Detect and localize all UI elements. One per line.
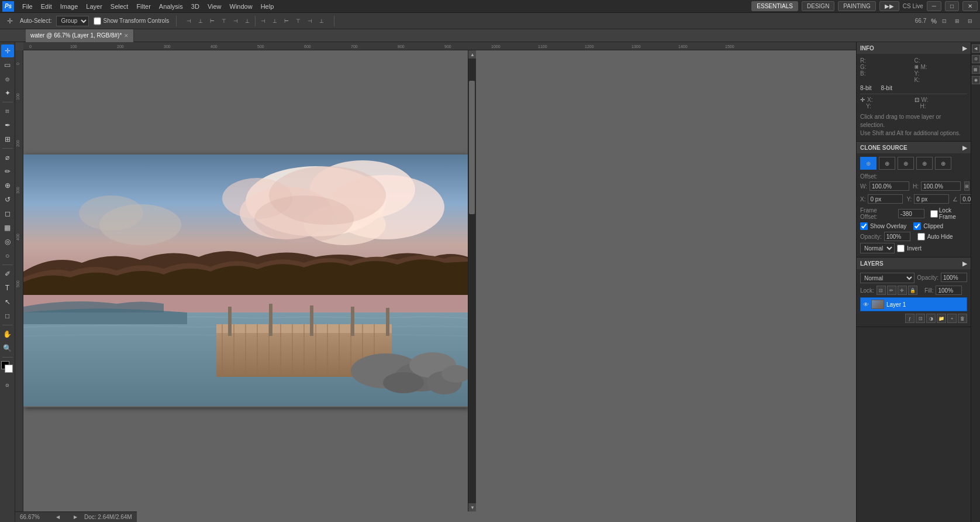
panel-collapse-btn[interactable]: ◀ — [972, 44, 980, 53]
auto-hide-checkbox[interactable] — [917, 233, 925, 241]
view-extras[interactable]: ⊞ — [952, 16, 962, 26]
align-bottom[interactable]: ⊥ — [242, 16, 253, 26]
add-layer-btn[interactable]: + — [947, 314, 957, 323]
scroll-right-btn[interactable]: ▶ — [71, 513, 80, 521]
brush-tool[interactable]: ✏ — [1, 165, 14, 178]
distribute-center[interactable]: ⊥ — [270, 16, 280, 26]
arrange[interactable]: ⊟ — [965, 16, 975, 26]
menu-edit[interactable]: Edit — [37, 2, 56, 11]
window-restore[interactable]: □ — [945, 1, 959, 11]
lock-frame-checkbox[interactable] — [930, 210, 938, 218]
window-minimize[interactable]: ─ — [927, 1, 941, 11]
crop-tool[interactable]: ⌗ — [1, 105, 14, 118]
align-top[interactable]: ⊤ — [219, 16, 229, 26]
clone-slot-4[interactable]: ⊕ — [916, 157, 933, 170]
menu-3d[interactable]: 3D — [188, 2, 203, 11]
workspace-essentials[interactable]: ESSENTIALS — [751, 1, 798, 11]
align-center-v[interactable]: ⊣ — [230, 16, 241, 26]
distribute-middle[interactable]: ⊣ — [305, 16, 315, 26]
move-tool[interactable]: ✛ — [1, 44, 14, 57]
menu-layer[interactable]: Layer — [82, 2, 106, 11]
lasso-tool[interactable]: ⌾ — [1, 73, 14, 85]
history-brush-tool[interactable]: ↺ — [1, 193, 14, 206]
type-tool[interactable]: T — [1, 281, 14, 294]
lock-pixels-btn[interactable]: ⊡ — [877, 286, 886, 295]
clipped-checkbox[interactable] — [913, 222, 921, 230]
document-tab[interactable]: water @ 66.7% (Layer 1, RGB/8#)* ✕ — [26, 29, 134, 42]
scroll-thumb-v[interactable] — [469, 81, 475, 214]
workspace-painting[interactable]: PAINTING — [838, 1, 875, 11]
clone-link-btn[interactable]: ⊞ — [964, 181, 969, 191]
marquee-tool[interactable]: ▭ — [1, 59, 14, 71]
show-overlay-checkbox[interactable] — [860, 222, 868, 230]
distribute-bottom[interactable]: ⊥ — [316, 16, 327, 26]
clone-slot-2[interactable]: ⊕ — [879, 157, 895, 170]
align-right[interactable]: ⊢ — [207, 16, 218, 26]
zoom-tool[interactable]: 🔍 — [1, 342, 14, 355]
background-color[interactable] — [5, 365, 13, 373]
fill-input[interactable] — [936, 286, 962, 295]
clone-h-input[interactable] — [921, 181, 961, 191]
add-style-btn[interactable]: ƒ — [905, 314, 915, 323]
layer-eye-icon[interactable]: 👁 — [863, 301, 869, 308]
info-panel-header[interactable]: INFO ▶ — [857, 42, 971, 54]
screen-mode[interactable]: ⊡ — [939, 16, 950, 26]
clone-opacity-input[interactable] — [884, 232, 910, 241]
layers-panel-header[interactable]: LAYERS ▶ — [857, 257, 971, 269]
clone-stamp-tool[interactable]: ⊕ — [1, 179, 14, 192]
window-close[interactable]: ✕ — [962, 1, 978, 11]
opacity-input[interactable] — [941, 273, 967, 282]
dodge-tool[interactable]: ○ — [1, 249, 14, 262]
clone-w-input[interactable] — [869, 181, 909, 191]
distribute-top[interactable]: ⊤ — [293, 16, 303, 26]
clone-frame-input[interactable] — [898, 209, 924, 218]
scroll-left-btn[interactable]: ◀ — [54, 513, 62, 521]
clone-angle-input[interactable] — [960, 194, 971, 204]
menu-select[interactable]: Select — [107, 2, 132, 11]
menu-file[interactable]: File — [19, 2, 36, 11]
clone-source-header[interactable]: CLONE SOURCE ▶ — [857, 142, 971, 153]
menu-help[interactable]: Help — [257, 2, 278, 11]
invert-checkbox[interactable] — [897, 245, 905, 252]
add-group-btn[interactable]: 📁 — [937, 314, 946, 323]
clone-slot-1[interactable]: ⊕ — [860, 157, 877, 170]
pen-tool[interactable]: ✐ — [1, 267, 14, 280]
auto-select-dropdown[interactable]: Group — [56, 16, 89, 26]
align-left[interactable]: ⊣ — [184, 16, 194, 26]
clone-slot-3[interactable]: ⊕ — [898, 157, 914, 170]
heal-tool[interactable]: ⌀ — [1, 151, 14, 164]
clone-blend-mode[interactable]: Normal — [860, 243, 895, 253]
add-mask-btn[interactable]: ⊡ — [916, 314, 925, 323]
show-transform-checkbox[interactable] — [94, 16, 101, 26]
lock-position-btn[interactable]: ✏ — [887, 286, 896, 295]
clone-slot-5[interactable]: ⊕ — [935, 157, 951, 170]
shape-tool[interactable]: □ — [1, 310, 14, 322]
menu-image[interactable]: Image — [57, 2, 82, 11]
path-select-tool[interactable]: ↖ — [1, 296, 14, 308]
lock-all-btn[interactable]: 🔒 — [908, 286, 917, 295]
move-tool-icon[interactable]: ✛ — [5, 16, 15, 26]
panel-options-btn[interactable]: ⚙ — [972, 55, 980, 63]
ruler-tool[interactable]: ⊞ — [1, 133, 14, 146]
layer-blend-mode-select[interactable]: Normal — [860, 273, 915, 283]
menu-analysis[interactable]: Analysis — [156, 2, 187, 11]
eyedropper-tool[interactable]: ✒ — [1, 119, 14, 132]
quick-mask-btn[interactable]: ⊙ — [1, 379, 14, 392]
menu-window[interactable]: Window — [226, 2, 256, 11]
layer-1-row[interactable]: 👁 Layer 1 — [860, 297, 967, 311]
panel-color-btn[interactable]: ◉ — [972, 76, 980, 84]
lock-move-btn[interactable]: ✛ — [898, 286, 907, 295]
delete-layer-btn[interactable]: 🗑 — [958, 314, 967, 323]
scroll-down-btn[interactable]: ▼ — [468, 503, 476, 511]
workspace-expand[interactable]: ▶▶ — [879, 1, 899, 11]
distribute-right[interactable]: ⊢ — [281, 16, 292, 26]
gradient-tool[interactable]: ▦ — [1, 221, 14, 234]
align-center-h[interactable]: ⊥ — [195, 16, 206, 26]
blur-tool[interactable]: ◎ — [1, 235, 14, 248]
scroll-up-btn[interactable]: ▲ — [468, 50, 476, 59]
canvas-wrapper[interactable] — [23, 50, 468, 511]
workspace-design[interactable]: DESIGN — [802, 1, 834, 11]
menu-view[interactable]: View — [204, 2, 225, 11]
add-adjustment-btn[interactable]: ◑ — [926, 314, 936, 323]
vertical-scrollbar[interactable]: ▲ ▼ — [468, 50, 476, 511]
